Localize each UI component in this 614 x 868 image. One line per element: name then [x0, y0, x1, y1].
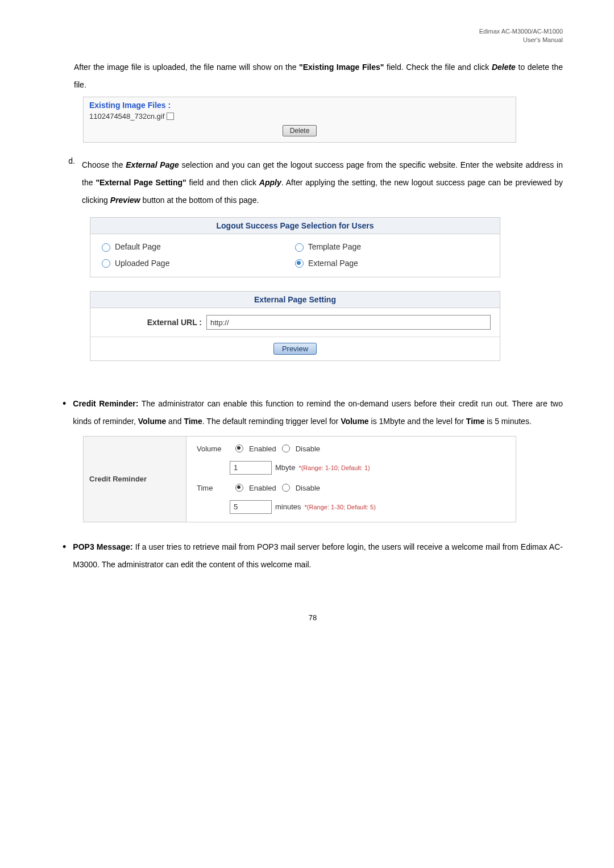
intro-paragraph: After the image file is uploaded, the fi…: [74, 59, 563, 94]
time-value-input[interactable]: [230, 500, 272, 514]
pop3-paragraph: POP3 Message: If a user tries to retriev…: [73, 538, 563, 574]
page-number: 78: [63, 613, 563, 622]
volume-value-input[interactable]: [230, 461, 272, 475]
logout-success-panel: Logout Success Page Selection for Users …: [90, 217, 500, 278]
external-page-setting-panel: External Page Setting External URL : Pre…: [90, 291, 500, 361]
time-hint: *(Range: 1-30; Default: 5): [305, 504, 376, 510]
time-unit: minutes: [275, 502, 301, 511]
existing-files-title: Existing Image Files :: [89, 101, 510, 110]
volume-unit: Mbyte: [275, 463, 295, 472]
file-name: 1102474548_732cn.gif: [89, 112, 164, 121]
volume-enabled-radio[interactable]: [235, 445, 243, 452]
header-line1: Edimax AC-M3000/AC-M1000: [479, 28, 563, 35]
radio-external-page[interactable]: External Page: [295, 259, 488, 268]
file-checkbox[interactable]: [167, 113, 174, 120]
list-marker-d: d.: [63, 156, 75, 165]
header-line2: User's Manual: [523, 36, 563, 43]
radio-template-page[interactable]: Template Page: [295, 242, 488, 252]
credit-reminder-paragraph: Credit Reminder: The administrator can e…: [73, 395, 563, 430]
radio-default-page[interactable]: Default Page: [102, 242, 295, 252]
volume-disable-radio[interactable]: [282, 445, 290, 452]
time-label: Time: [197, 484, 230, 492]
time-disable-radio[interactable]: [282, 484, 290, 492]
logout-success-title: Logout Success Page Selection for Users: [90, 218, 500, 234]
preview-button[interactable]: Preview: [273, 343, 317, 355]
bullet-marker: •: [63, 398, 66, 409]
existing-files-panel: Existing Image Files : 1102474548_732cn.…: [83, 97, 516, 143]
letter-d-paragraph: Choose the External Page selection and y…: [82, 156, 563, 209]
file-row: 1102474548_732cn.gif: [89, 112, 510, 121]
credit-reminder-panel: Credit Reminder Volume Enabled Disable M…: [83, 436, 516, 522]
external-page-setting-title: External Page Setting: [90, 292, 500, 308]
volume-label: Volume: [197, 445, 230, 453]
external-url-label: External URL :: [99, 318, 202, 327]
doc-header: Edimax AC-M3000/AC-M1000 User's Manual: [63, 27, 563, 45]
bullet-marker: •: [63, 542, 66, 552]
credit-reminder-label: Credit Reminder: [84, 437, 186, 522]
external-url-input[interactable]: [206, 315, 491, 330]
volume-hint: *(Range: 1-10; Default: 1): [298, 464, 370, 471]
delete-button[interactable]: Delete: [283, 125, 317, 136]
radio-uploaded-page[interactable]: Uploaded Page: [102, 259, 295, 268]
time-enabled-radio[interactable]: [235, 484, 243, 492]
